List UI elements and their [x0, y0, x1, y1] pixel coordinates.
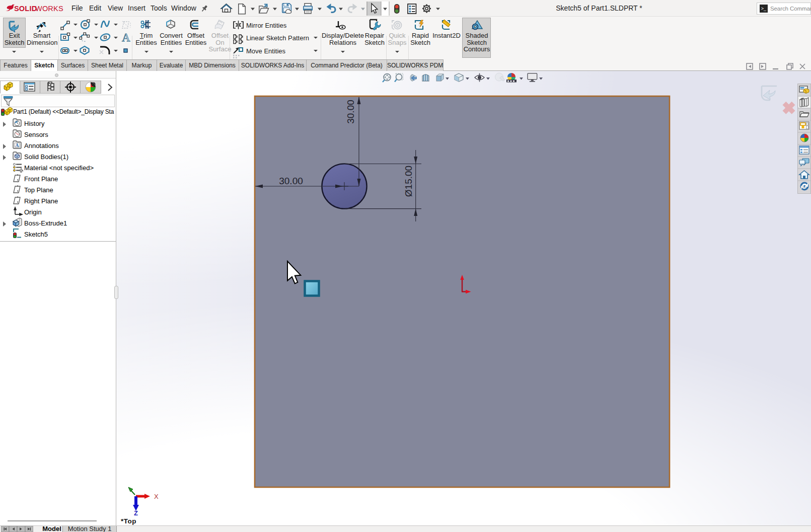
svg-text:WORKS: WORKS [35, 5, 63, 13]
svg-text:30.00: 30.00 [345, 100, 356, 124]
svg-text:Ø15.00: Ø15.00 [403, 166, 414, 197]
svg-text:X: X [154, 493, 159, 500]
svg-text:A: A [122, 31, 130, 44]
svg-text:A: A [16, 143, 19, 148]
svg-text:30.00: 30.00 [279, 176, 303, 186]
svg-text:SOLID: SOLID [14, 5, 37, 13]
svg-text:Z: Z [134, 509, 138, 517]
